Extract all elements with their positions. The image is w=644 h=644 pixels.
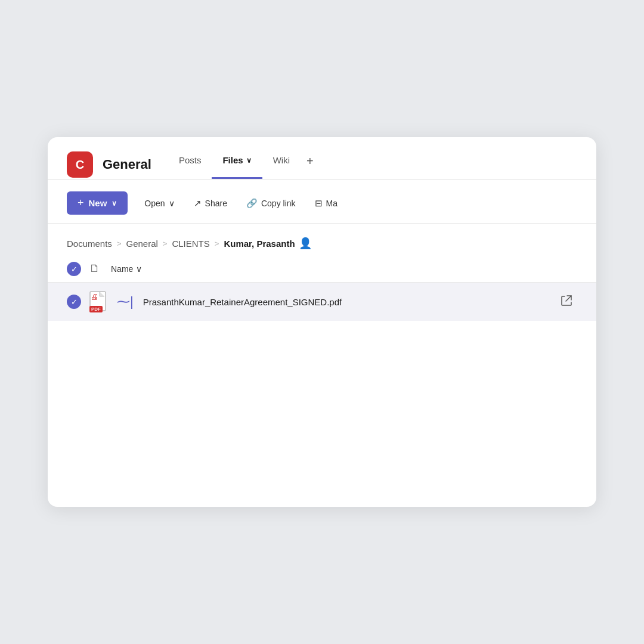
copy-link-button[interactable]: 🔗 Copy link: [238, 193, 304, 213]
table-row[interactable]: ✓ PDF 🖨 ⁓| PrasanthKumar_RetainerAgreeme…: [48, 283, 596, 321]
breadcrumb: Documents > General > CLIENTS > Kumar, P…: [48, 224, 596, 256]
breadcrumb-documents[interactable]: Documents: [67, 239, 112, 249]
files-chevron-icon: ∨: [246, 156, 252, 165]
file-checkbox[interactable]: ✓: [67, 295, 81, 309]
select-all-checkbox[interactable]: ✓: [67, 262, 81, 276]
tab-bar: Posts Files ∨ Wiki +: [168, 150, 320, 179]
breadcrumb-sep-3: >: [215, 239, 219, 248]
file-type-col-icon: 🗋: [89, 262, 103, 275]
loading-indicator: ⁓|: [117, 294, 134, 309]
more-button[interactable]: ⊟ Ma: [306, 193, 346, 213]
file-row-inner: PDF 🖨 ⁓| PrasanthKumar_RetainerAgreement…: [89, 291, 547, 312]
file-share-button[interactable]: [556, 292, 577, 312]
more-icon: ⊟: [315, 198, 323, 209]
name-sort-button[interactable]: Name ∨: [111, 264, 142, 274]
new-button[interactable]: + New ∨: [67, 191, 128, 215]
breadcrumb-clients[interactable]: CLIENTS: [172, 239, 209, 249]
person-icon: 👤: [299, 237, 312, 250]
tab-files[interactable]: Files ∨: [212, 150, 262, 179]
breadcrumb-general[interactable]: General: [126, 239, 157, 249]
breadcrumb-current: Kumar, Prasanth 👤: [224, 237, 311, 250]
pdf-overlay-icon: 🖨: [91, 292, 98, 301]
open-button[interactable]: Open ∨: [136, 194, 182, 213]
check-icon: ✓: [71, 298, 78, 306]
share-button[interactable]: ↗ Share: [185, 193, 236, 213]
tab-posts[interactable]: Posts: [168, 150, 212, 179]
breadcrumb-current-label: Kumar, Prasanth: [224, 239, 295, 249]
sort-chevron-icon: ∨: [136, 264, 142, 274]
header: C General Posts Files ∨ Wiki +: [48, 137, 596, 179]
file-name: PrasanthKumar_RetainerAgreement_SIGNED.p…: [143, 297, 342, 307]
check-icon: ✓: [71, 265, 78, 274]
channel-name: General: [103, 157, 151, 172]
open-chevron-icon: ∨: [169, 199, 175, 208]
share-label: Share: [205, 199, 227, 208]
more-label: Ma: [326, 199, 338, 208]
teams-window: C General Posts Files ∨ Wiki + + New ∨: [48, 137, 596, 507]
tab-wiki[interactable]: Wiki: [262, 150, 301, 179]
file-list-header: ✓ 🗋 Name ∨: [48, 256, 596, 283]
link-icon: 🔗: [246, 198, 258, 209]
tab-add-button[interactable]: +: [301, 150, 320, 179]
share-icon: [561, 295, 572, 306]
share-icon: ↗: [194, 198, 202, 209]
pdf-icon-wrap: PDF 🖨: [89, 291, 109, 312]
name-col-label: Name: [111, 264, 133, 274]
team-icon: C: [67, 151, 93, 178]
new-label: New: [89, 198, 107, 208]
toolbar: + New ∨ Open ∨ ↗ Share 🔗 Copy link ⊟ Ma: [48, 179, 596, 224]
new-chevron-icon: ∨: [112, 199, 117, 208]
copy-link-label: Copy link: [261, 199, 296, 208]
breadcrumb-sep-2: >: [163, 239, 168, 248]
open-label: Open: [144, 199, 165, 208]
new-plus-icon: +: [78, 197, 84, 209]
breadcrumb-sep-1: >: [117, 239, 122, 248]
pdf-badge: PDF: [89, 306, 103, 312]
